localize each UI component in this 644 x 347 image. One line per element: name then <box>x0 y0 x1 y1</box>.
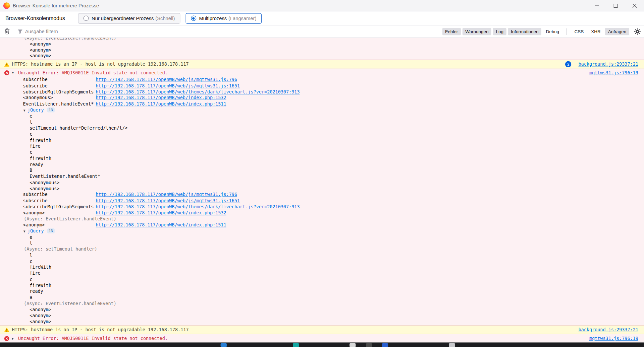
filter-button-log[interactable]: Log <box>493 28 506 35</box>
firefox-icon <box>3 2 10 9</box>
stack-frame: subscribehttp://192.168.178.117/openWB/w… <box>0 83 644 89</box>
stack-frame: EventListener.handleEvent*http://192.168… <box>0 101 644 107</box>
stack-sub-frame: <anonym> <box>0 53 644 59</box>
stack-source-link[interactable]: http://192.168.178.117/openWB/web/index.… <box>96 210 226 216</box>
stack-frame: subscribehttp://192.168.178.117/openWB/w… <box>0 77 644 83</box>
stack-sub-frame: t <box>0 120 644 126</box>
stack-sub-frame: l <box>0 253 644 259</box>
mode-option-parent-process[interactable]: Nur übergeordneter Prozess (Schnell) <box>78 13 180 24</box>
async-text: (Async: EventListener.handleEvent) <box>24 216 116 222</box>
stack-source-link[interactable]: http://192.168.178.117/openWB/web/themes… <box>96 89 300 94</box>
collapse-caret-icon[interactable]: ▼ <box>23 109 25 112</box>
mode-option-label: Nur übergeordneter Prozess <box>92 15 154 21</box>
collapse-caret-icon[interactable]: ▼ <box>23 229 25 233</box>
stack-function-name: fireWith <box>30 283 51 288</box>
stack-function-name: e <box>30 114 32 119</box>
stack-sub-frame: <anonym> <box>0 307 644 313</box>
window-controls <box>587 0 644 11</box>
stack-function-name: fireWith <box>30 156 51 161</box>
stack-async-annotation: (Async: setTimeout handler) <box>0 247 644 253</box>
filter-button-requests[interactable]: Anfragen <box>605 28 629 35</box>
filter-button-errors[interactable]: Fehler <box>442 28 461 35</box>
stack-function-name: <anonym> <box>30 313 51 319</box>
message-location-link[interactable]: mqttws31.js:796:19 <box>589 336 638 341</box>
mode-option-multiprocess[interactable]: Multiprozess (Langsamer) <box>185 13 262 24</box>
taskbar-icon[interactable] <box>366 343 372 347</box>
console-error-row: ▼Uncaught Error: AMQJS0011E Invalid stat… <box>0 68 644 77</box>
filter-button-xhr[interactable]: XHR <box>588 28 604 35</box>
stack-function-name: <anonym> <box>30 307 51 313</box>
warning-icon <box>4 327 9 332</box>
taskbar-icon[interactable] <box>293 343 299 347</box>
stack-group-name[interactable]: jQuery <box>28 108 44 113</box>
stack-function-name: <anonym> <box>30 319 51 325</box>
stack-function-name: c <box>30 277 32 282</box>
filter-output-input[interactable] <box>25 28 157 34</box>
filter-button-warnings[interactable]: Warnungen <box>463 28 491 35</box>
taskbar-icon[interactable] <box>382 343 388 347</box>
console-warning-row: HTTPS: hostname is an IP - host is not u… <box>0 60 644 69</box>
stack-source-link[interactable]: http://192.168.178.117/openWB/web/index.… <box>96 222 226 228</box>
taskbar[interactable] <box>0 342 644 347</box>
stack-frame: <anonym>http://192.168.178.117/openWB/we… <box>0 222 644 228</box>
stack-sub-frame: fireWith <box>0 156 644 162</box>
minimize-button[interactable] <box>587 0 606 11</box>
stack-function-name: subscribeMqttGraphSegments <box>23 204 96 210</box>
console-output[interactable]: (Async: EventListener.handleEvent)<anony… <box>0 38 644 343</box>
filter-button-debug[interactable]: Debug <box>543 28 562 35</box>
previous-error-tail: (Async: EventListener.handleEvent)<anony… <box>0 38 644 60</box>
stack-source-link[interactable]: http://192.168.178.117/openWB/web/index.… <box>96 95 226 100</box>
stack-source-link[interactable]: http://192.168.178.117/openWB/web/index.… <box>96 101 226 107</box>
stack-function-name: subscribe <box>23 77 96 83</box>
window-titlebar: Browser-Konsole für mehrere Prozesse <box>0 0 644 11</box>
taskbar-icon[interactable] <box>350 343 356 347</box>
close-button[interactable] <box>625 0 644 11</box>
message-location-link[interactable]: background.js:29337:21 <box>578 327 638 333</box>
taskbar-icon[interactable] <box>221 343 227 347</box>
radio-unselected-icon[interactable] <box>84 16 89 21</box>
stack-source-link[interactable]: http://192.168.178.117/openWB/web/js/mqt… <box>96 192 237 197</box>
maximize-button[interactable] <box>606 0 625 11</box>
filter-button-info[interactable]: Informationen <box>508 28 541 35</box>
stack-sub-frame: <anonym> <box>0 47 644 53</box>
stack-source-link[interactable]: http://192.168.178.117/openWB/web/js/mqt… <box>96 198 240 203</box>
stack-function-name: t <box>30 120 32 125</box>
radio-selected-icon[interactable] <box>191 16 196 21</box>
mode-option-hint: (Langsamer) <box>228 15 256 21</box>
stack-function-name: <anonym> <box>23 210 96 216</box>
stack-sub-frame: ready <box>0 289 644 295</box>
stack-sub-frame: c <box>0 277 644 283</box>
stack-sub-frame: t <box>0 240 644 247</box>
warning-icon <box>4 62 9 67</box>
stack-function-name: <anonym> <box>23 222 96 228</box>
filter-button-css[interactable]: CSS <box>572 28 587 35</box>
stack-function-name: fireWith <box>30 265 51 270</box>
stack-function-name: <anonym> <box>30 47 51 53</box>
stack-source-link[interactable]: http://192.168.178.117/openWB/web/themes… <box>96 204 300 209</box>
warning-message: HTTPS: hostname is an IP - host is not u… <box>12 62 189 67</box>
message-location-link[interactable]: mqttws31.js:796:19 <box>589 70 638 75</box>
stack-source-link[interactable]: http://192.168.178.117/openWB/web/js/mqt… <box>96 77 237 82</box>
stack-group-name[interactable]: jQuery <box>28 228 44 234</box>
filter-input-wrap <box>18 28 157 34</box>
browser-console-window: Browser-Konsole für mehrere Prozesse Bro… <box>0 0 644 347</box>
stack-sub-frame: e <box>0 234 644 240</box>
stack-async-annotation: (Async: EventListener.handleEvent) <box>0 301 644 307</box>
stack-frame: subscribeMqttGraphSegmentshttp://192.168… <box>0 89 644 95</box>
stack-function-name: B <box>30 295 32 300</box>
stack-source-link[interactable]: http://192.168.178.117/openWB/web/js/mqt… <box>96 83 240 88</box>
expand-caret-icon[interactable]: ▼ <box>12 71 16 75</box>
taskbar-icon[interactable] <box>449 343 455 347</box>
message-location-link[interactable]: background.js:29337:21 <box>578 62 638 67</box>
stack-function-name: ready <box>30 289 43 294</box>
settings-button[interactable] <box>634 28 641 35</box>
stack-function-name: e <box>30 234 32 240</box>
clear-output-button[interactable] <box>3 27 11 36</box>
stack-frame: <anonym>http://192.168.178.117/openWB/we… <box>0 210 644 216</box>
stack-sub-frame: <anonym> <box>0 319 644 325</box>
expand-caret-icon[interactable]: ▶ <box>12 337 16 340</box>
stack-function-name: l <box>30 253 32 258</box>
mode-option-hint: (Schnell) <box>155 15 175 21</box>
console-toolbar: Fehler Warnungen Log Informationen Debug… <box>0 25 644 38</box>
stack-sub-frame: B <box>0 168 644 174</box>
